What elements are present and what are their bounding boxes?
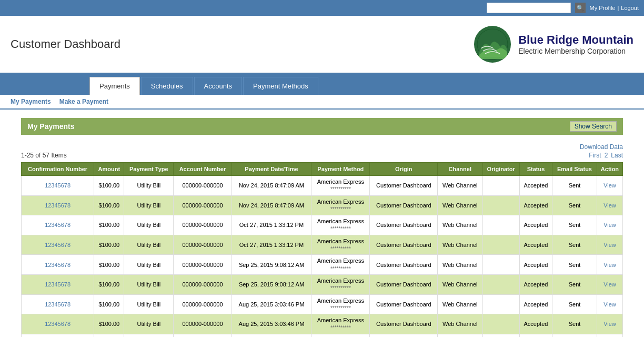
cell-account: 000000-000000 — [174, 334, 232, 337]
pagination-page2[interactable]: 2 — [605, 152, 608, 159]
cell-action: View — [597, 176, 622, 196]
cell-type: Utility Bill — [124, 274, 174, 294]
separator: | — [617, 5, 619, 11]
cell-method: American Express********** — [311, 314, 370, 334]
view-link[interactable]: View — [603, 262, 616, 268]
conf-link[interactable]: 12345678 — [45, 301, 71, 308]
cell-amount: $100.00 — [94, 195, 124, 215]
tab-schedules[interactable]: Schedules — [141, 77, 193, 95]
cell-email-status: Sent — [552, 314, 597, 334]
col-header-account: Account Number — [174, 163, 232, 176]
view-link[interactable]: View — [603, 182, 616, 189]
cell-action: View — [597, 294, 622, 314]
cell-originator — [482, 274, 519, 294]
nav-tabs: Payments Schedules Accounts Payment Meth… — [0, 74, 644, 95]
cell-type: Utility Bill — [124, 195, 174, 215]
brand-header: Customer Dashboard Blue Ridge Mountain E… — [0, 16, 644, 74]
my-profile-link[interactable]: My Profile — [590, 5, 616, 11]
view-link[interactable]: View — [603, 222, 616, 228]
cell-method: American Express********** — [311, 294, 370, 314]
cell-channel: Web Channel — [438, 334, 482, 337]
table-row: 12345678 $100.00 Utility Bill 000000-000… — [22, 334, 623, 337]
cell-email-status: Sent — [552, 195, 597, 215]
cell-amount: $100.00 — [94, 334, 124, 337]
cell-channel: Web Channel — [438, 215, 482, 235]
search-input[interactable] — [487, 3, 571, 13]
cell-datetime: Nov 24, 2015 8:47:09 AM — [232, 195, 311, 215]
table-row: 12345678 $100.00 Utility Bill 000000-000… — [22, 274, 623, 294]
cell-datetime: Sep 25, 2015 9:08:12 AM — [232, 255, 311, 275]
conf-link[interactable]: 12345678 — [45, 202, 71, 209]
top-bar-links: My Profile | Logout — [590, 5, 639, 11]
view-link[interactable]: View — [603, 321, 616, 327]
cell-originator — [482, 294, 519, 314]
cell-email-status: Sent — [552, 294, 597, 314]
cell-account: 000000-000000 — [174, 274, 232, 294]
cell-conf: 12345678 — [22, 314, 94, 334]
view-link[interactable]: View — [603, 242, 616, 248]
cell-conf: 12345678 — [22, 255, 94, 275]
table-row: 12345678 $100.00 Utility Bill 000000-000… — [22, 195, 623, 215]
cell-amount: $100.00 — [94, 274, 124, 294]
cell-account: 000000-000000 — [174, 195, 232, 215]
table-row: 12345678 $100.00 Utility Bill 000000-000… — [22, 294, 623, 314]
cell-status: Accepted — [519, 334, 552, 337]
cell-method: American Express********** — [311, 215, 370, 235]
conf-link[interactable]: 12345678 — [45, 222, 71, 228]
cell-conf: 12345678 — [22, 274, 94, 294]
main-content: My Payments Show Search Download Data 1-… — [0, 110, 644, 337]
cell-originator — [482, 314, 519, 334]
cell-account: 000000-000000 — [174, 235, 232, 255]
search-button[interactable]: 🔍 — [575, 3, 586, 13]
cell-origin: Customer Dashboard — [370, 215, 438, 235]
cell-channel: Web Channel — [438, 314, 482, 334]
table-row: 12345678 $100.00 Utility Bill 000000-000… — [22, 215, 623, 235]
cell-origin: Customer Dashboard — [370, 294, 438, 314]
cell-status: Accepted — [519, 255, 552, 275]
conf-link[interactable]: 12345678 — [45, 321, 71, 327]
cell-amount: $100.00 — [94, 215, 124, 235]
cell-channel: Web Channel — [438, 255, 482, 275]
conf-link[interactable]: 12345678 — [45, 242, 71, 248]
conf-link[interactable]: 12345678 — [45, 281, 71, 288]
cell-channel: Web Channel — [438, 294, 482, 314]
cell-originator — [482, 255, 519, 275]
table-row: 12345678 $100.00 Utility Bill 000000-000… — [22, 314, 623, 334]
cell-action: View — [597, 215, 622, 235]
cell-channel: Web Channel — [438, 195, 482, 215]
cell-datetime: Oct 27, 2015 1:33:12 PM — [232, 215, 311, 235]
cell-datetime: Nov 24, 2015 8:47:09 AM — [232, 176, 311, 196]
brand-logo-svg — [477, 28, 508, 60]
cell-origin: Customer Dashboard — [370, 255, 438, 275]
tab-payments[interactable]: Payments — [89, 77, 140, 95]
view-link[interactable]: View — [603, 202, 616, 209]
view-link[interactable]: View — [603, 281, 616, 288]
pagination-first[interactable]: First — [589, 152, 601, 159]
cell-datetime: Aug 25, 2015 3:03:46 PM — [232, 294, 311, 314]
pagination-links: First 2 Last — [589, 152, 623, 159]
cell-account: 000000-000000 — [174, 314, 232, 334]
col-header-channel: Channel — [438, 163, 482, 176]
cell-channel: Web Channel — [438, 235, 482, 255]
logout-link[interactable]: Logout — [621, 5, 639, 11]
pagination-last[interactable]: Last — [611, 152, 623, 159]
cell-conf: 12345678 — [22, 334, 94, 337]
cell-origin: Customer Dashboard — [370, 235, 438, 255]
cell-originator — [482, 176, 519, 196]
cell-method: American Express********** — [311, 334, 370, 337]
table-row: 12345678 $100.00 Utility Bill 000000-000… — [22, 255, 623, 275]
tab-accounts[interactable]: Accounts — [194, 77, 242, 95]
cell-email-status: Sent — [552, 215, 597, 235]
download-data-link[interactable]: Download Data — [21, 143, 623, 151]
subnav-my-payments[interactable]: My Payments — [11, 98, 51, 105]
tab-payment-methods[interactable]: Payment Methods — [243, 77, 318, 95]
conf-link[interactable]: 12345678 — [45, 262, 71, 268]
conf-link[interactable]: 12345678 — [45, 182, 71, 189]
cell-originator — [482, 334, 519, 337]
cell-origin: Customer Dashboard — [370, 195, 438, 215]
show-search-link[interactable]: Show Search — [570, 121, 617, 132]
cell-datetime: Oct 27, 2015 1:33:12 PM — [232, 235, 311, 255]
subnav-make-payment[interactable]: Make a Payment — [59, 98, 108, 105]
view-link[interactable]: View — [603, 301, 616, 308]
cell-datetime: Jul 25, 2015 10:22:00 AM — [232, 334, 311, 337]
